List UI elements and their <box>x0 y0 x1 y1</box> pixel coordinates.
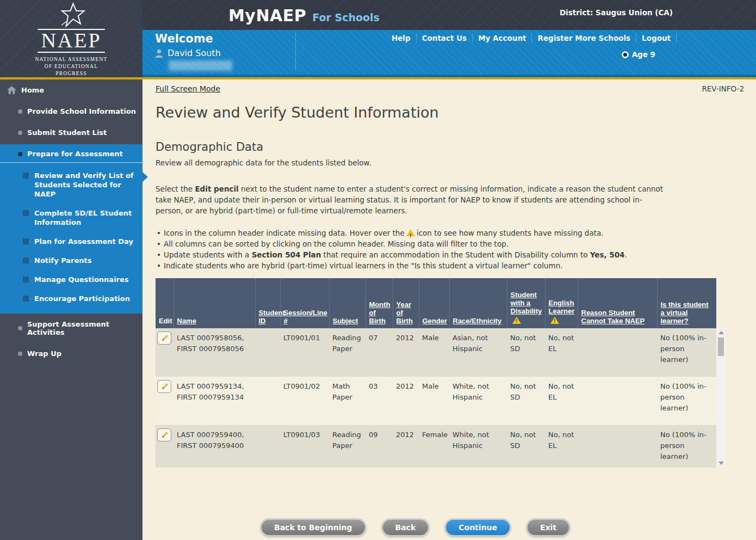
col-header-session-line[interactable]: Session/Line # <box>280 278 329 328</box>
menu-help[interactable]: Help <box>386 34 417 42</box>
col-header-year-of-birth[interactable]: Year of Birth <box>393 278 419 328</box>
cell-subject: Reading Paper <box>329 425 365 468</box>
cell-reason <box>578 328 657 377</box>
page-code: REV-INFO-2 <box>702 84 744 93</box>
cell-name: LAST 0007958056, FIRST 0007958056 <box>173 328 255 377</box>
star-icon <box>49 2 94 29</box>
bullet-missing-data: Icons in the column header indicate miss… <box>156 228 744 238</box>
bullet-text: . <box>624 250 627 259</box>
cell-session: LT0901/02 <box>280 377 329 425</box>
cell-subject: Reading Paper <box>329 328 365 377</box>
cell-gender: Male <box>419 328 449 377</box>
cell-sd: No, not SD <box>507 328 545 377</box>
sidebar-item-complete-sdel-info[interactable]: Complete SD/EL Student Information <box>0 204 142 232</box>
scroll-down-arrow-icon[interactable] <box>718 462 724 465</box>
menu-register-more-schools[interactable]: Register More Schools <box>532 34 636 42</box>
naep-logo: NAEP NATIONAL ASSESSMENT OF EDUCATIONAL … <box>0 0 142 77</box>
col-header-race-ethnicity[interactable]: Race/Ethnicity <box>449 278 507 328</box>
col-header-name[interactable]: Name <box>173 278 255 328</box>
bullet-text: Icons in the column header indicate miss… <box>164 229 405 237</box>
logo-text: NATIONAL ASSESSMENT OF EDUCATIONAL PROGR… <box>35 56 107 77</box>
exit-button[interactable]: Exit <box>526 518 571 537</box>
sidebar-nav: Home Provide School Information Submit S… <box>0 79 142 540</box>
cell-year: 2012 <box>393 328 419 377</box>
sidebar-subitem-label: Encourage Participation <box>34 294 130 303</box>
sidebar-item-label: Support Assessment Activities <box>27 320 136 336</box>
col-header-edit: Edit <box>156 278 173 328</box>
cell-reason <box>578 425 657 468</box>
scroll-up-arrow-icon[interactable] <box>718 331 724 334</box>
district-label: District: Saugus Union (CA) <box>560 8 673 17</box>
cell-name: LAST 0007959134, FIRST 0007959134 <box>173 377 255 425</box>
square-bullet-icon <box>23 296 29 302</box>
full-screen-mode-link[interactable]: Full Screen Mode <box>156 84 220 93</box>
sidebar-item-plan-for-assessment-day[interactable]: Plan for Assessment Day <box>0 232 142 251</box>
sidebar-item-label: Provide School Information <box>27 107 136 115</box>
pencil-icon <box>160 383 169 391</box>
logo-line3: PROGRESS <box>35 70 107 77</box>
col-header-student-with-disability[interactable]: Student with a Disability <box>507 278 545 328</box>
page-title: Review and Verify Student Information <box>156 104 744 121</box>
cell-gender: Male <box>419 377 449 425</box>
bullet-icon <box>18 131 22 135</box>
col-header-gender[interactable]: Gender <box>419 278 449 328</box>
instructions-paragraph: Select the Edit pencil next to the stude… <box>156 183 664 216</box>
sidebar-item-label: Prepare for Assessment <box>27 150 123 158</box>
instructions-list: Icons in the column header indicate miss… <box>156 228 744 271</box>
edit-student-button[interactable] <box>157 332 171 345</box>
sidebar-item-submit-student-list[interactable]: Submit Student List <box>0 122 142 143</box>
col-header-subject[interactable]: Subject <box>329 278 365 328</box>
welcome-user: David South <box>155 48 221 58</box>
sidebar-item-notify-parents[interactable]: Notify Parents <box>0 251 142 270</box>
menu-my-account[interactable]: My Account <box>473 34 532 42</box>
student-table-body: LAST 0007958056, FIRST 0007958056 LT0901… <box>156 328 726 468</box>
logo-line2: OF EDUCATIONAL <box>35 63 107 70</box>
table-scrollbar[interactable] <box>716 328 726 468</box>
section-subtitle: Review all demographic data for the stud… <box>156 158 744 167</box>
age-selector[interactable]: Age 9 <box>622 50 655 59</box>
col-header-english-learner[interactable]: English Learner <box>545 278 578 328</box>
sidebar-item-encourage-participation[interactable]: Encourage Participation <box>0 289 142 308</box>
school-name-redacted <box>169 60 232 71</box>
sidebar-item-manage-questionnaires[interactable]: Manage Questionnaires <box>0 270 142 289</box>
cell-reason <box>578 377 657 425</box>
sidebar-subitem-label: Review and Verify List of Students Selec… <box>34 171 136 199</box>
sidebar-item-provide-school-information[interactable]: Provide School Information <box>0 101 142 122</box>
back-to-beginning-button[interactable]: Back to Beginning <box>260 518 367 537</box>
col-header-month-of-birth[interactable]: Month of Birth <box>365 278 393 328</box>
age-label: Age 9 <box>632 50 655 59</box>
bullet-icon <box>18 326 22 330</box>
main-content: Full Screen Mode REV-INFO-2 Review and V… <box>142 79 756 540</box>
cell-name: LAST 0007959400, FIRST 0007959400 <box>173 425 255 468</box>
section-title: Demographic Data <box>156 140 744 154</box>
bullet-section-504: Update students with a Section 504 Plan … <box>156 249 744 260</box>
logo-acronym: NAEP <box>38 29 104 53</box>
col-header-student-id[interactable]: Student ID <box>255 278 280 328</box>
table-row: LAST 0007958056, FIRST 0007958056 LT0901… <box>156 328 716 377</box>
edit-student-button[interactable] <box>157 380 171 393</box>
sidebar-item-home[interactable]: Home <box>0 79 142 101</box>
user-name: David South <box>168 48 221 58</box>
app-title: MyNAEP For Schools <box>228 6 380 25</box>
scrollbar-thumb[interactable] <box>718 338 724 356</box>
top-header: MyNAEP For Schools District: Saugus Unio… <box>0 0 756 79</box>
menu-logout[interactable]: Logout <box>636 34 677 42</box>
sidebar-item-support-assessment-activities[interactable]: Support Assessment Activities <box>0 314 142 343</box>
bullet-icon <box>18 109 22 114</box>
person-icon <box>155 49 163 58</box>
app-title-sub: For Schools <box>312 11 380 23</box>
sidebar-item-wrap-up[interactable]: Wrap Up <box>0 343 142 364</box>
back-button[interactable]: Back <box>381 518 430 537</box>
edit-student-button[interactable] <box>157 428 171 441</box>
cell-el: No, not EL <box>545 377 578 425</box>
sidebar-item-review-and-verify[interactable]: Review and Verify List of Students Selec… <box>0 166 142 204</box>
sidebar-subitem-label: Complete SD/EL Student Information <box>34 208 136 227</box>
col-header-reason-cannot-take-naep[interactable]: Reason Student Cannot Take NAEP <box>578 278 657 328</box>
menu-contact-us[interactable]: Contact Us <box>417 34 473 42</box>
sidebar-item-prepare-for-assessment[interactable]: Prepare for Assessment <box>0 144 142 162</box>
col-header-virtual-learner[interactable]: Is this student a virtual learner? <box>657 278 716 328</box>
cell-gender: Female <box>419 425 449 468</box>
cell-el: No, not EL <box>545 328 578 377</box>
continue-button[interactable]: Continue <box>444 518 511 537</box>
cell-session: LT0901/01 <box>280 328 329 377</box>
